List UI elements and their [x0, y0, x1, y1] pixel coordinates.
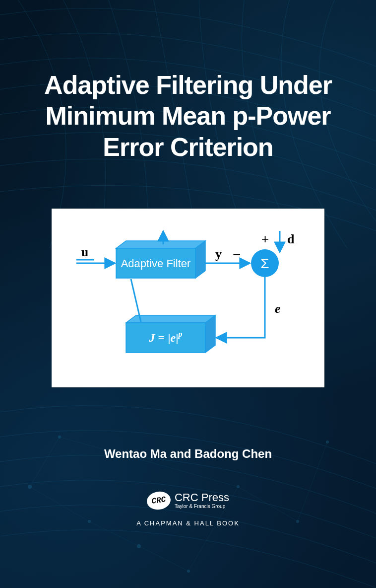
input-label: u	[81, 245, 88, 259]
minus-sign: −	[233, 247, 241, 262]
title-line-1: Adaptive Filtering Under	[44, 71, 332, 99]
filter-block-label: Adaptive Filter	[121, 257, 191, 270]
crc-logo-ellipse: CRC	[146, 490, 172, 511]
error-path	[216, 277, 265, 338]
crc-logo: CRC CRC Press Taylor & Francis Group	[147, 492, 229, 510]
sum-symbol: Σ	[260, 256, 269, 271]
svg-line-15	[60, 437, 238, 487]
crc-text-block: CRC Press Taylor & Francis Group	[175, 492, 229, 509]
title-line-3: Error Criterion	[103, 133, 273, 161]
svg-line-8	[30, 437, 60, 487]
tf-group-text: Taylor & Francis Group	[175, 504, 229, 509]
block-diagram: Adaptive Filter J = |e|p Σ u y − d +	[52, 209, 324, 387]
filter-block-3d: Adaptive Filter	[116, 241, 205, 278]
title-line-2: Minimum Mean p-Power	[45, 101, 330, 130]
plus-sign: +	[261, 231, 269, 246]
cost-block-label: J = |e|p	[149, 330, 183, 344]
crc-press-text: CRC Press	[175, 492, 229, 503]
error-label: e	[275, 301, 281, 316]
book-title: Adaptive Filtering Under Minimum Mean p-…	[0, 70, 376, 162]
diagram-svg: Adaptive Filter J = |e|p Σ u y − d +	[66, 228, 310, 368]
svg-line-11	[139, 546, 188, 571]
authors: Wentao Ma and Badong Chen	[0, 447, 376, 461]
desired-label: d	[287, 232, 295, 246]
publisher-block: CRC CRC Press Taylor & Francis Group A C…	[0, 492, 376, 527]
output-label: y	[215, 247, 222, 261]
cost-block-3d: J = |e|p	[126, 315, 215, 353]
imprint-text: A CHAPMAN & HALL BOOK	[136, 519, 240, 527]
